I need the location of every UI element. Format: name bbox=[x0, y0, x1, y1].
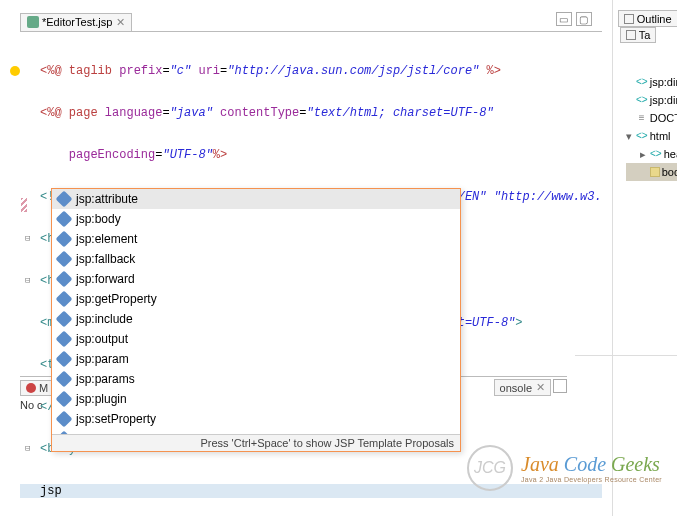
separator bbox=[575, 355, 677, 356]
tree-item-doctype[interactable]: ≡DOCTYPE:htm bbox=[626, 109, 677, 127]
tag-icon: <> bbox=[636, 77, 648, 87]
autocomplete-item[interactable]: jsp:forward bbox=[52, 269, 460, 289]
logo-circle-icon: JCG bbox=[467, 445, 513, 491]
tree-item-directive[interactable]: <>jsp:directive.t bbox=[626, 73, 677, 91]
doctype-icon: ≡ bbox=[636, 113, 648, 123]
console-tab[interactable]: onsole✕ bbox=[494, 379, 551, 396]
maximize-icon[interactable]: ▢ bbox=[576, 12, 592, 26]
other-tab[interactable]: Ta bbox=[620, 27, 657, 43]
autocomplete-item[interactable]: jsp:fallback bbox=[52, 249, 460, 269]
autocomplete-item[interactable]: jsp:element bbox=[52, 229, 460, 249]
element-icon bbox=[56, 331, 73, 348]
tree-item-body[interactable]: body bbox=[626, 163, 677, 181]
tag-icon: <> bbox=[636, 131, 648, 141]
minimize-icon[interactable]: ▭ bbox=[556, 12, 572, 26]
tree-item-head[interactable]: ▸<>head bbox=[626, 145, 677, 163]
autocomplete-item[interactable]: jsp:getProperty bbox=[52, 289, 460, 309]
outline-tree: <>jsp:directive.t <>jsp:directive.p ≡DOC… bbox=[618, 43, 677, 181]
outline-tab[interactable]: Outline ✕ bbox=[618, 10, 677, 27]
fold-icon[interactable]: ⊟ bbox=[25, 232, 30, 246]
jsp-file-icon bbox=[27, 16, 39, 28]
editor-tab-bar: *EditorTest.jsp ✕ ▭ ▢ bbox=[20, 12, 602, 32]
outline-pane: Outline ✕ Ta <>jsp:directive.t <>jsp:dir… bbox=[612, 0, 677, 516]
autocomplete-item[interactable]: jsp:body bbox=[52, 209, 460, 229]
fold-icon[interactable]: ⊟ bbox=[25, 274, 30, 288]
bottom-text: No c bbox=[20, 399, 43, 411]
element-icon bbox=[56, 211, 73, 228]
element-icon bbox=[56, 251, 73, 268]
window-controls: ▭ ▢ bbox=[556, 12, 592, 26]
element-icon bbox=[56, 311, 73, 328]
logo: JCG Java Code Geeks Java 2 Java Develope… bbox=[467, 445, 662, 491]
markers-tab[interactable]: M bbox=[20, 380, 54, 396]
logo-text: Java Code Geeks Java 2 Java Developers R… bbox=[521, 453, 662, 483]
external-icon[interactable] bbox=[553, 379, 567, 393]
change-marker bbox=[21, 198, 27, 212]
fold-icon[interactable]: ⊟ bbox=[25, 442, 30, 456]
autocomplete-item[interactable]: jsp:setProperty bbox=[52, 409, 460, 429]
body-icon bbox=[650, 167, 660, 177]
autocomplete-item[interactable]: jsp:param bbox=[52, 349, 460, 369]
tree-item-html[interactable]: ▾<>html bbox=[626, 127, 677, 145]
editor-tab-title: *EditorTest.jsp bbox=[42, 16, 112, 28]
expand-icon[interactable]: ▾ bbox=[626, 127, 636, 145]
editor-tab[interactable]: *EditorTest.jsp ✕ bbox=[20, 13, 132, 31]
autocomplete-item[interactable]: jsp:attribute bbox=[52, 189, 460, 209]
markers-icon bbox=[26, 383, 36, 393]
warning-icon bbox=[10, 66, 20, 76]
element-icon bbox=[56, 391, 73, 408]
autocomplete-item[interactable]: jsp:include bbox=[52, 309, 460, 329]
element-icon bbox=[56, 351, 73, 368]
outline-icon bbox=[624, 14, 634, 24]
element-icon bbox=[56, 271, 73, 288]
autocomplete-popup: jsp:attribute jsp:body jsp:element jsp:f… bbox=[51, 188, 461, 452]
element-icon bbox=[56, 371, 73, 388]
element-icon bbox=[56, 291, 73, 308]
tag-icon: <> bbox=[636, 95, 648, 105]
autocomplete-list: jsp:attribute jsp:body jsp:element jsp:f… bbox=[52, 189, 460, 434]
tab-icon bbox=[626, 30, 636, 40]
close-icon[interactable]: ✕ bbox=[116, 16, 125, 29]
tree-item-directive[interactable]: <>jsp:directive.p bbox=[626, 91, 677, 109]
element-icon bbox=[56, 231, 73, 248]
autocomplete-item[interactable]: jsp:output bbox=[52, 329, 460, 349]
autocomplete-item[interactable]: jsp:params bbox=[52, 369, 460, 389]
element-icon bbox=[56, 191, 73, 208]
autocomplete-item[interactable]: jsp:plugin bbox=[52, 389, 460, 409]
tag-icon: <> bbox=[650, 149, 662, 159]
element-icon bbox=[56, 411, 73, 428]
expand-icon[interactable]: ▸ bbox=[640, 145, 650, 163]
autocomplete-footer: Press 'Ctrl+Space' to show JSP Template … bbox=[52, 434, 460, 451]
close-icon[interactable]: ✕ bbox=[536, 381, 545, 394]
